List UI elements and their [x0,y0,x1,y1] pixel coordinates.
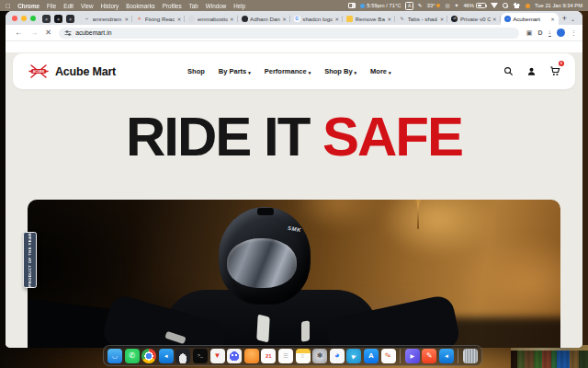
browser-tab-remove-back[interactable]: Remove Back✕ [343,13,395,25]
downloads-icon[interactable]: ↓ [548,29,552,37]
dock-app-freeform-icon[interactable]: ✎ [381,349,396,363]
dock-app-settings-icon[interactable]: ✱ [312,349,327,363]
browser-tab-emmabostio[interactable]: emmabostio✕ [185,13,237,25]
acube-logo-icon: ACUBE [28,63,50,79]
search-icon[interactable] [503,66,514,76]
browser-tab-private-v0-c[interactable]: v0Private v0 C✕ [447,13,500,25]
extension-d-icon[interactable]: D [537,29,542,36]
temperature-status[interactable]: 33° [427,3,441,8]
browser-tab-tabs-shadc[interactable]: ✎Tabs - shadc✕ [395,13,447,25]
dock-app-ghostty-icon[interactable] [175,349,190,363]
tab-title: Private v0 C [460,16,491,22]
new-tab-button[interactable]: + [562,15,567,23]
browser-tab-fixing-react[interactable]: ✳Fixing React✕ [132,13,185,25]
dock-app-reminders-icon[interactable]: ☰ [278,349,293,363]
dock-app-media-player-icon[interactable]: ▶ [405,349,420,363]
tab-search-chevron-icon[interactable]: ⌄ [571,16,575,22]
dock-app-discord-icon[interactable] [227,349,242,363]
profile-avatar[interactable] [557,29,565,37]
nav-item-by-parts[interactable]: By Parts▾ [219,67,251,75]
dock-app-activity-icon[interactable]: ◕ [330,349,345,363]
wallpaper-corner-art [511,345,588,368]
dock-app-adguard-icon[interactable]: ▼ [210,349,225,363]
spotlight-icon[interactable] [503,3,508,8]
dock-app-whatsapp-icon[interactable]: ✆ [125,349,140,363]
address-bar[interactable]: acubemart.in [59,28,519,39]
dock-app-telegram-icon[interactable]: ▶ [346,349,361,363]
bird-icon[interactable]: ✦ [455,3,459,8]
tab-close-icon[interactable]: ✕ [334,17,339,22]
browser-tab-adham-dann[interactable]: Adham Dann✕ [238,13,290,25]
dock-app-chrome-icon[interactable] [141,349,156,363]
cart-badge: 0 [559,61,565,67]
dock-app-calendar-icon[interactable]: 21 [261,349,276,363]
pinned-tab[interactable]: ◈ [42,15,51,23]
forward-button[interactable]: → [30,29,39,37]
user-switch-icon[interactable] [513,3,521,8]
site-settings-icon[interactable] [64,29,72,37]
cart-button[interactable]: 0 [549,63,560,80]
tab-close-icon[interactable]: ✕ [177,17,182,22]
tab-close-icon[interactable]: ✕ [492,17,497,22]
menubar-clock[interactable]: Tue 21 Jan 9:34 PM [535,3,582,8]
toolbar-actions: ▣ D ↓ ⋮ [526,29,577,37]
tailscale-icon[interactable] [526,4,530,8]
dock-app-pencil-editor-icon[interactable]: ✎ [422,349,436,363]
menubar-item-bookmarks[interactable]: Bookmarks [126,3,155,9]
dock-app-vscode-icon[interactable]: ◄ [159,349,174,363]
browser-tab-amrendram[interactable]: ⌁amrendram✕ [80,13,132,25]
dock-glyph: ◡ [112,352,118,359]
pinned-tab[interactable]: ◈ [66,15,74,23]
stop-button[interactable]: ✕ [45,29,51,37]
menubar-item-help[interactable]: Help [233,3,245,9]
tab-close-icon[interactable]: ✕ [230,17,234,22]
menubar-item-file[interactable]: File [47,3,56,9]
chevron-down-icon: ▾ [309,69,311,75]
dock-app-trash-icon[interactable] [463,349,478,363]
apple-icon[interactable]:  [6,3,10,9]
wifi-icon[interactable] [491,3,498,8]
menubar-item-tab[interactable]: Tab [189,3,198,9]
tab-close-icon[interactable]: ✕ [550,17,555,22]
stage-manager-icon[interactable] [348,3,356,8]
battery-status[interactable]: 46% [463,3,486,8]
tab-close-icon[interactable]: ✕ [125,17,130,22]
extensions-icon[interactable]: ▣ [526,29,533,37]
menubar-item-chrome[interactable]: Chrome [17,3,40,9]
tab-strip: ◈◈◈ ⌁amrendram✕✳Fixing React✕emmabostio✕… [6,11,582,25]
site-brand[interactable]: ACUBE Acube Mart [28,63,116,79]
site-nav: ShopBy Parts▾Performance▾Shop By▾More▾ [187,67,390,75]
menubar-item-view[interactable]: View [81,3,94,9]
v0-fav-icon: v0 [451,16,458,22]
menubar-item-edit[interactable]: Edit [63,3,74,9]
menubar-item-history[interactable]: History [101,3,119,9]
dock-app-appstore-icon[interactable]: A [364,349,379,363]
browser-tab-shadcn-logo[interactable]: Gshadcn logo✕ [290,13,343,25]
nav-item-shop-by[interactable]: Shop By▾ [324,67,356,75]
dock-app-notes-icon[interactable]: ≡ [296,349,311,363]
screen-record-icon[interactable]: ◎ [445,3,449,8]
weather-status[interactable]: 5:59pm / 71°C [360,3,401,8]
pinned-tab[interactable]: ◈ [54,15,62,23]
tab-close-icon[interactable]: ✕ [388,17,392,22]
input-source-icon[interactable]: A [405,2,413,10]
nav-item-performance[interactable]: Performance▾ [265,67,311,75]
dock-app-finder-icon[interactable]: ◡ [107,349,122,363]
dock-app-vscode-insiders-icon[interactable]: ◄ [439,349,454,363]
back-button[interactable]: ← [15,29,23,37]
zoom-window-button[interactable] [30,16,36,21]
menubar-item-profiles[interactable]: Profiles [163,3,182,9]
tab-close-icon[interactable]: ✕ [440,17,445,22]
nav-item-shop[interactable]: Shop [187,67,205,75]
dock-app-terminal-icon[interactable]: >_ [193,349,208,363]
close-window-button[interactable] [12,16,17,21]
account-icon[interactable] [526,66,537,76]
tab-close-icon[interactable]: ✕ [282,17,287,22]
browser-tab-acubemart[interactable]: ◔Acubemart✕ [501,13,559,25]
minimize-window-button[interactable] [21,16,27,21]
nav-item-more[interactable]: More▾ [370,67,390,75]
chrome-menu-icon[interactable]: ⋮ [571,29,577,37]
pen-icon[interactable]: ✎ [418,3,423,8]
menubar-item-window[interactable]: Window [206,3,226,9]
dock-app-arc-icon[interactable] [244,349,259,363]
